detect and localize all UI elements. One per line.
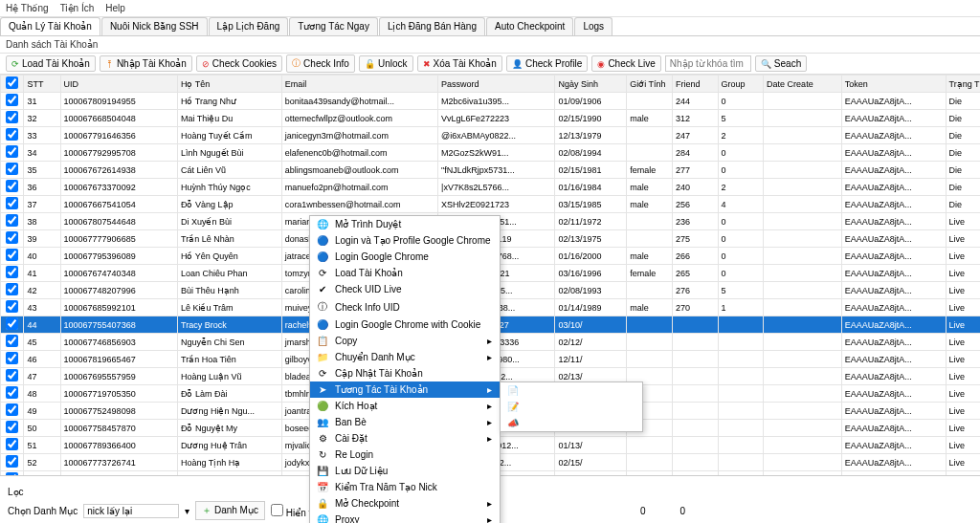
tab-1[interactable]: Nuôi Nick Bằng SSH	[101, 17, 208, 35]
menu-system[interactable]: Hệ Thống	[6, 3, 49, 13]
chevron-right-icon: ▸	[487, 514, 492, 523]
subctx-item[interactable]: 📣Seeding Live Stream	[501, 415, 642, 431]
profile-icon: 👤	[512, 59, 523, 69]
chevron-right-icon: ▸	[487, 433, 492, 444]
load-accounts-button[interactable]: ⟳Load Tài Khoản	[6, 55, 96, 72]
ctx-icon: 🔒	[316, 498, 329, 509]
col-header[interactable]: Ngày Sinh	[555, 76, 627, 93]
ctx-item[interactable]: 🔒Mở Checkpoint▸	[310, 495, 500, 512]
col-header[interactable]: UID	[60, 76, 177, 93]
ctx-item[interactable]: 👥Ban Bè▸	[310, 414, 500, 430]
ctx-icon: 📋	[316, 336, 329, 346]
add-category-button[interactable]: ＋ Danh Mục	[195, 501, 265, 520]
ctx-item[interactable]: 💾Lưu Dữ Liệu	[310, 463, 500, 479]
check-info-button[interactable]: ⓘCheck Info	[286, 54, 355, 73]
tab-6[interactable]: Logs	[574, 17, 612, 35]
menu-utils[interactable]: Tiện Ích	[60, 3, 95, 13]
table-row[interactable]: 37100067667541054Đỗ Vàng Lậpcora1wnbesse…	[1, 196, 981, 213]
ctx-icon: ⟳	[316, 368, 329, 379]
chevron-down-icon[interactable]: ▾	[185, 506, 189, 516]
ctx-item[interactable]: 📅Kiểm Tra Năm Tạo Nick	[310, 479, 500, 495]
tab-4[interactable]: Lịch Đăng Bán Hàng	[379, 17, 485, 35]
ctx-item[interactable]: 🌐Proxy▸	[310, 512, 500, 523]
ctx-item[interactable]: ⚙Cài Đặt▸	[310, 430, 500, 447]
ctx-icon: 📝	[506, 402, 520, 412]
live-icon: ◉	[597, 59, 605, 69]
ctx-item[interactable]: ⟳Cập Nhật Tài Khoản	[310, 365, 500, 381]
tab-0[interactable]: Quản Lý Tài Khoản	[0, 17, 100, 35]
subctx-item[interactable]: 📄Đăng bài lên Profile	[501, 382, 642, 399]
category-combo[interactable]	[83, 504, 179, 518]
table-row[interactable]: 31100067809194955Hồ Trang Nhưbonitaa439s…	[1, 93, 981, 110]
ctx-icon: ⟳	[316, 268, 329, 278]
chevron-right-icon: ▸	[487, 336, 492, 346]
col-header[interactable]: Email	[281, 76, 437, 93]
refresh-icon: ⟳	[11, 59, 19, 69]
ctx-item[interactable]: ⟳Load Tài Khoản	[310, 265, 500, 281]
ctx-item[interactable]: ⓘCheck Info UID	[310, 297, 500, 316]
chevron-right-icon: ▸	[487, 352, 492, 362]
ctx-item[interactable]: 📁Chuyển Danh Mục▸	[310, 349, 500, 365]
ctx-icon: 🌐	[316, 219, 329, 229]
check-profile-button[interactable]: 👤Check Profile	[506, 55, 588, 72]
col-header[interactable]: Friend	[672, 76, 718, 93]
plus-icon: ＋	[202, 505, 212, 515]
check-live-button[interactable]: ◉Check Live	[591, 55, 660, 72]
check-cookies-button[interactable]: ⊘Check Cookies	[196, 55, 282, 72]
col-header[interactable]: Date Create	[764, 76, 842, 93]
ctx-item[interactable]: 🟢Kích Hoạt▸	[310, 398, 500, 414]
ctx-icon: 💾	[316, 466, 329, 476]
delete-icon: ✖	[423, 59, 431, 69]
tab-2[interactable]: Lập Lịch Đăng	[209, 17, 289, 35]
block-icon: ⊘	[202, 59, 210, 69]
ctx-icon: 🔵	[316, 235, 329, 246]
context-menu[interactable]: 🌐Mở Trình Duyệt🔵Login và Tạo Profile Goo…	[309, 215, 501, 523]
search-icon: 🔍	[761, 59, 771, 69]
table-row[interactable]: 34100067792995708Lình Ngugết Bùielafenen…	[1, 144, 981, 162]
col-header[interactable]: Group	[718, 76, 764, 93]
search-input[interactable]	[665, 55, 751, 72]
ctx-item[interactable]: ↻Re Login	[310, 447, 500, 463]
context-submenu[interactable]: 📄Đăng bài lên Profile📝Seeding bài viết📣S…	[500, 381, 643, 432]
unlock-icon: 🔓	[365, 59, 375, 69]
col-header[interactable]: Token	[841, 76, 946, 93]
info-icon: ⓘ	[292, 57, 301, 70]
chevron-right-icon: ▸	[487, 498, 492, 509]
ctx-item[interactable]: 🔵Login Google Chrome with Cookie	[310, 316, 500, 333]
tab-3[interactable]: Tương Tác Ngay	[289, 17, 378, 35]
col-header[interactable]: Trạng Thái ▴	[946, 76, 980, 93]
ctx-icon: 🔵	[316, 251, 329, 262]
ctx-item[interactable]: 🌐Mở Trình Duyệt	[310, 216, 500, 232]
menu-help[interactable]: Help	[105, 3, 125, 13]
filter-label: Lọc	[8, 487, 24, 497]
ctx-item[interactable]: 🔵Login và Tạo Profile Google Chrome	[310, 232, 500, 249]
search-button[interactable]: 🔍Seach	[755, 55, 807, 72]
col-header[interactable]: Password	[438, 76, 555, 93]
ctx-icon: ✔	[316, 284, 329, 294]
import-accounts-button[interactable]: ⭱Nhập Tài Khoản	[100, 55, 192, 72]
tab-5[interactable]: Auto Checkpoint	[486, 17, 573, 35]
col-header[interactable]	[1, 76, 24, 93]
ctx-item[interactable]: 🔵Login Google Chrome	[310, 249, 500, 265]
count-selected: 0	[640, 506, 646, 516]
table-row[interactable]: 33100067791646356Hoàng Tuyết Cầmjanicegy…	[1, 127, 981, 144]
unlock-button[interactable]: 🔓Unlock	[359, 55, 413, 72]
ctx-icon: ⚙	[316, 433, 329, 444]
ctx-item[interactable]: ✔Check UID Live	[310, 281, 500, 297]
upload-icon: ⭱	[105, 59, 114, 69]
table-row[interactable]: 36100067673370092Huỳnh Thúy Ngọcmanuefo2…	[1, 179, 981, 196]
col-header[interactable]: Họ Tên	[177, 76, 281, 93]
subctx-item[interactable]: 📝Seeding bài viết	[501, 399, 642, 415]
ctx-icon: 📄	[506, 385, 520, 396]
ctx-item[interactable]: 📋Copy▸	[310, 333, 500, 349]
table-row[interactable]: 35100067672614938Cát Liên Vũablingsmoane…	[1, 162, 981, 179]
ctx-item[interactable]: ➤Tương Tác Tài Khoản▸📄Đăng bài lên Profi…	[310, 381, 500, 398]
ctx-icon: 📁	[316, 352, 329, 362]
list-heading: Danh sách Tài Khoản	[0, 36, 980, 54]
chevron-right-icon: ▸	[487, 401, 492, 411]
col-header[interactable]: Giới Tính	[627, 76, 673, 93]
delete-account-button[interactable]: ✖Xóa Tài Khoản	[417, 55, 502, 72]
col-header[interactable]: STT	[24, 76, 60, 93]
table-row[interactable]: 32100067668504048Mai Thiệu Duottemecfwll…	[1, 110, 981, 127]
choose-category-label: Chọn Danh Mục	[8, 506, 78, 516]
